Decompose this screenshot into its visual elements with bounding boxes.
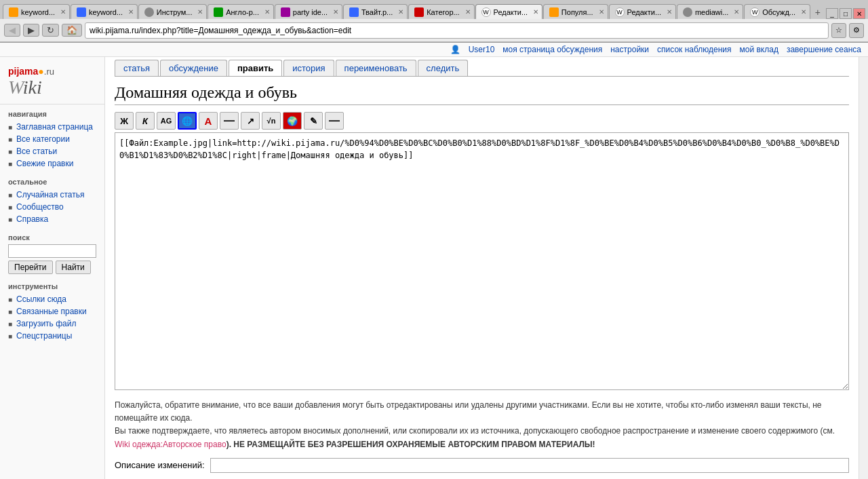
navigation-title: навигация	[8, 110, 96, 118]
tab-label-2: keyword...	[89, 8, 123, 16]
watchlist-link[interactable]: список наблюдения	[657, 45, 731, 54]
tab-close-3[interactable]: ✕	[197, 8, 203, 16]
browser-tab-4[interactable]: Англо-р... ✕	[208, 4, 274, 19]
sidebar-item-random[interactable]: ■ Случайная статья	[8, 189, 96, 201]
tab-close-4[interactable]: ✕	[264, 8, 270, 16]
page-wrapper: 👤 User10 моя страница обсуждения настрой…	[0, 43, 868, 479]
maximize-button[interactable]: □	[840, 8, 852, 19]
tab-discussion[interactable]: обсуждение	[160, 60, 227, 76]
user-icon: 👤	[450, 45, 460, 54]
ag-button[interactable]: АG	[157, 112, 176, 130]
find-button[interactable]: Найти	[56, 261, 91, 274]
sidebar-item-community[interactable]: ■ Сообщество	[8, 201, 96, 213]
contributions-link[interactable]: мой вклад	[740, 45, 778, 54]
scrollbar[interactable]	[859, 57, 868, 479]
tab-label-4: Англо-р...	[226, 8, 259, 16]
home-button[interactable]: 🏠	[62, 24, 82, 37]
other-title: остальное	[8, 178, 96, 186]
tab-label-9: Популя...	[561, 8, 593, 16]
tab-close-2[interactable]: ✕	[128, 8, 134, 16]
sidebar-item-links-here[interactable]: ■ Ссылки сюда	[8, 293, 96, 305]
arrow-button[interactable]: ↗	[241, 112, 260, 130]
browser-tab-9[interactable]: Популя... ✕	[543, 4, 608, 19]
bold-button[interactable]: Ж	[115, 112, 134, 130]
go-button[interactable]: Перейти	[8, 261, 53, 274]
browser-tab-10[interactable]: W Редакти... ✕	[609, 4, 676, 19]
browser-tab-11[interactable]: mediawi... ✕	[677, 4, 743, 19]
sidebar-label-main: Заглавная страница	[16, 122, 93, 132]
sidebar-item-help[interactable]: ■ Справка	[8, 213, 96, 225]
tab-close-5[interactable]: ✕	[333, 8, 338, 16]
tab-close-9[interactable]: ✕	[599, 8, 604, 16]
notice-text2: Вы также подтверждаете, что являетесь ав…	[115, 426, 835, 436]
browser-tab-8[interactable]: W Редакти... ✕	[475, 4, 542, 19]
tab-close-11[interactable]: ✕	[734, 8, 739, 16]
forward-button[interactable]: ▶	[23, 24, 39, 37]
tab-close-8[interactable]: ✕	[533, 8, 538, 16]
bullet-icon: ■	[8, 308, 12, 315]
logout-link[interactable]: завершение сеанса	[787, 45, 861, 54]
description-input[interactable]	[210, 458, 849, 473]
address-bar-container[interactable]	[85, 22, 829, 39]
sidebar-item-related[interactable]: ■ Связанные правки	[8, 305, 96, 318]
tab-label-6: Твайт.р...	[361, 8, 393, 16]
browser-tab-3[interactable]: Инструм... ✕	[138, 4, 207, 19]
new-tab-button[interactable]: +	[811, 5, 825, 19]
tab-close-6[interactable]: ✕	[398, 8, 403, 16]
tab-article[interactable]: статья	[115, 60, 159, 76]
bookmark-icon[interactable]: ☆	[831, 23, 846, 38]
tab-edit[interactable]: править	[229, 60, 282, 76]
settings-link[interactable]: настройки	[610, 45, 649, 54]
user-bar: 👤 User10 моя страница обсуждения настрой…	[0, 43, 868, 57]
sqrt-button[interactable]: √n	[262, 112, 281, 130]
tab-label-12: Обсужд...	[762, 8, 795, 16]
browser-tab-12[interactable]: W Обсужд... ✕	[744, 4, 810, 19]
color-button[interactable]: 🌐	[178, 112, 197, 130]
content-area: pijama●.ru Wiki навигация ■ Заглавная ст…	[0, 57, 868, 479]
sidebar-item-categories[interactable]: ■ Все категории	[8, 133, 96, 145]
browser-tab-7[interactable]: Категор... ✕	[408, 4, 474, 19]
sidebar-item-main[interactable]: ■ Заглавная страница	[8, 121, 96, 133]
browser-tab-6[interactable]: Твайт.р... ✕	[343, 4, 408, 19]
search-input[interactable]	[8, 244, 96, 258]
tab-close-1[interactable]: ✕	[60, 8, 66, 16]
notice-paragraph-1: Пожалуйста, обратите внимание, что все в…	[115, 399, 849, 425]
browser-tab-5[interactable]: party ide... ✕	[275, 4, 342, 19]
signature-button[interactable]: ✎	[304, 112, 323, 130]
my-talk-link[interactable]: моя страница обсуждения	[502, 45, 602, 54]
tab-close-10[interactable]: ✕	[667, 8, 672, 16]
site-logo[interactable]: pijama●.ru Wiki	[0, 57, 104, 104]
sidebar-item-articles[interactable]: ■ Все статьи	[8, 145, 96, 157]
tab-rename[interactable]: переименовать	[336, 60, 416, 76]
tab-bar: keyword... ✕ keyword... ✕ Инструм... ✕ А…	[0, 0, 868, 19]
browser-tab-1[interactable]: keyword... ✕	[3, 4, 70, 19]
wiki-button[interactable]: 🌍	[283, 112, 302, 130]
browser-tab-2[interactable]: keyword... ✕	[71, 4, 138, 19]
tab-history[interactable]: история	[283, 60, 334, 76]
tab-close-12[interactable]: ✕	[801, 8, 806, 16]
sidebar-tools: инструменты ■ Ссылки сюда ■ Связанные пр…	[0, 277, 104, 345]
bullet-icon: ■	[8, 296, 12, 303]
back-button[interactable]: ◀	[4, 24, 20, 37]
reload-button[interactable]: ↻	[42, 24, 59, 37]
tab-watch[interactable]: следить	[418, 60, 469, 76]
hr-button[interactable]: —	[325, 112, 344, 130]
sidebar: pijama●.ru Wiki навигация ■ Заглавная ст…	[0, 57, 105, 479]
tab-close-7[interactable]: ✕	[465, 8, 471, 16]
settings-icon[interactable]: ⚙	[849, 23, 864, 38]
close-button[interactable]: ✕	[853, 8, 865, 19]
tab-favicon-5	[281, 7, 290, 17]
username-link[interactable]: User10	[469, 45, 495, 54]
address-bar[interactable]	[90, 26, 824, 35]
copyright-link[interactable]: Wiki одежда:Авторское право	[115, 440, 226, 449]
search-box: Перейти Найти	[8, 244, 96, 274]
sidebar-item-recent[interactable]: ■ Свежие правки	[8, 157, 96, 170]
sidebar-item-special[interactable]: ■ Спецстраницы	[8, 330, 96, 342]
minimize-button[interactable]: _	[826, 8, 838, 19]
logo-text: pijama●.ru	[8, 64, 96, 78]
dash-button[interactable]: —	[220, 112, 239, 130]
fontsize-button[interactable]: A	[199, 112, 218, 130]
sidebar-item-upload[interactable]: ■ Загрузить файл	[8, 318, 96, 330]
italic-button[interactable]: К	[136, 112, 155, 130]
editor-textarea[interactable]	[115, 132, 849, 390]
